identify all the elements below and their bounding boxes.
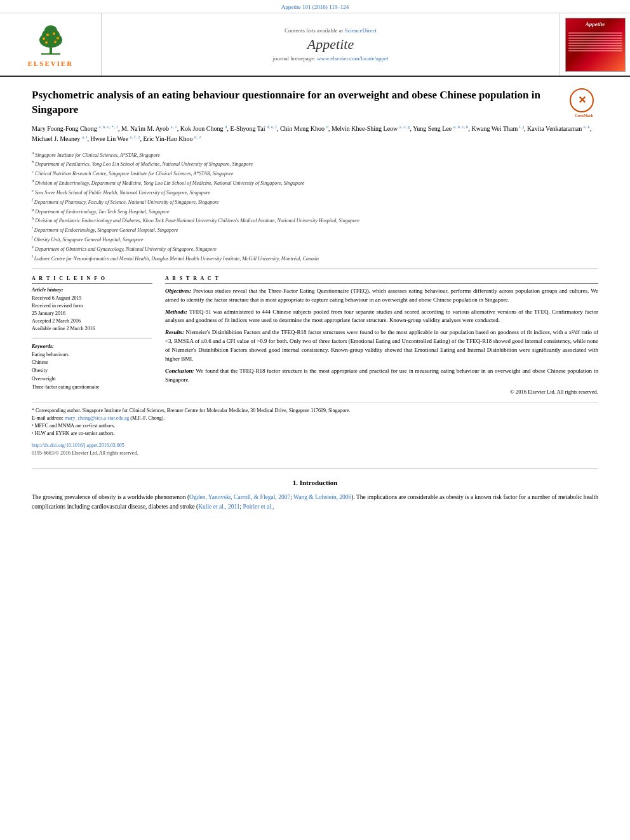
keyword-chinese: Chinese xyxy=(32,359,152,367)
affiliation-i: i Department of Endocrinology, Singapore… xyxy=(32,225,598,234)
keyword-tfeq: Three-factor eating questionnaire xyxy=(32,383,152,392)
doi-line: http://dx.doi.org/10.1016/j.appet.2016.0… xyxy=(32,441,598,448)
svg-point-8 xyxy=(57,37,59,39)
results-text: Niemeier's Disinhibition Factors and the… xyxy=(165,329,598,362)
cover-decorative-lines xyxy=(568,31,622,53)
svg-point-9 xyxy=(45,41,48,44)
methods-text: TFEQ-51 was administered to 444 Chinese … xyxy=(165,309,598,324)
keywords-label: Keywords: xyxy=(32,343,152,349)
paper-body: Psychometric analysis of an eating behav… xyxy=(0,77,630,521)
introduction-section: 1. Introduction The growing prevalence o… xyxy=(32,469,598,512)
svg-point-6 xyxy=(46,34,49,36)
article-info-abstract-section: A R T I C L E I N F O Article history: R… xyxy=(32,276,598,395)
abstract-header: A B S T R A C T xyxy=(165,276,598,284)
abstract-conclusion: Conclusion: We found that the TFEQ-R18 f… xyxy=(165,367,598,385)
conclusion-label: Conclusion: xyxy=(165,368,194,374)
cover-title: Appetite xyxy=(586,21,605,28)
affiliation-a: a Singapore Institute for Clinical Scien… xyxy=(32,150,598,159)
elsevier-tree-icon xyxy=(22,22,79,57)
article-info-column: A R T I C L E I N F O Article history: R… xyxy=(32,276,152,395)
keyword-eating: Eating behaviours xyxy=(32,351,152,359)
copyright-line: © 2016 Elsevier Ltd. All rights reserved… xyxy=(165,389,598,395)
affiliation-k: k Department of Obstetrics and Gynaecolo… xyxy=(32,244,598,253)
kulie-ref[interactable]: Kulie et al., 2011 xyxy=(198,503,239,510)
abstract-objectives: Objectives: Previous studies reveal that… xyxy=(165,287,598,305)
paper-title: Psychometric analysis of an eating behav… xyxy=(32,88,598,117)
affiliation-f: f Department of Pharmacy, Faculty of Sci… xyxy=(32,197,598,206)
objectives-text: Previous studies reveal that the Three-F… xyxy=(165,288,598,303)
journal-center-block: Contents lists available at ScienceDirec… xyxy=(102,13,560,76)
email-link[interactable]: mary_chong@sics.a-star.edu.sg xyxy=(65,415,129,421)
keyword-overweight: Overweight xyxy=(32,375,152,383)
info-divider xyxy=(32,338,152,338)
appetite-cover-image: Appetite xyxy=(565,18,626,72)
affiliation-j: j Obesity Unit, Singapore General Hospit… xyxy=(32,234,598,243)
affiliation-c: c Clinical Nutrition Research Centre, Si… xyxy=(32,168,598,177)
footnotes-section: * Corresponding author. Singapore Instit… xyxy=(32,403,598,437)
journal-homepage-line: journal homepage: www.elsevier.com/locat… xyxy=(273,55,389,62)
conclusion-text: We found that the TFEQ-R18 factor struct… xyxy=(165,368,598,383)
issn-line: 0195-6663/© 2016 Elsevier Ltd. All right… xyxy=(32,450,598,456)
sciencedirect-link[interactable]: ScienceDirect xyxy=(345,27,377,34)
section-divider xyxy=(32,269,598,269)
affiliation-b: b Department of Paediatrics, Yong Loo Li… xyxy=(32,159,598,168)
journal-title: Appetite xyxy=(307,36,354,53)
journal-header: ELSEVIER Contents lists available at Sci… xyxy=(0,13,630,77)
footnote-1: ¹ MFFC and MNMA are co-first authors. xyxy=(32,422,598,430)
history-accepted: Accepted 2 March 2016 xyxy=(32,317,152,325)
elsevier-label: ELSEVIER xyxy=(28,60,74,67)
affiliation-l: l Ludmer Centre for Neuroinformatics and… xyxy=(32,253,598,262)
affiliations-block: a Singapore Institute for Clinical Scien… xyxy=(32,150,598,262)
doi-link[interactable]: http://dx.doi.org/10.1016/j.appet.2016.0… xyxy=(32,443,124,448)
homepage-url[interactable]: www.elsevier.com/locate/appet xyxy=(317,55,388,62)
footnote-2: ² HLW and EYHK are co-senior authors. xyxy=(32,430,598,437)
results-label: Results: xyxy=(165,329,184,335)
journal-citation: Appetite 101 (2016) 119–124 xyxy=(281,4,349,10)
crossmark-circle: ✕ xyxy=(570,88,594,112)
article-history-label: Article history: xyxy=(32,287,152,293)
objectives-label: Objectives: xyxy=(165,288,191,294)
authors-block: Mary Foong-Fong Chong a, b, c, *, 1, M. … xyxy=(32,124,598,145)
affiliation-g: g Department of Endocrinology, Tan Teck … xyxy=(32,206,598,215)
corresponding-author-note: * Corresponding author. Singapore Instit… xyxy=(32,407,598,415)
abstract-results: Results: Niemeier's Disinhibition Factor… xyxy=(165,328,598,364)
article-info-header: A R T I C L E I N F O xyxy=(32,276,152,284)
email-note: E-mail address: mary_chong@sics.a-star.e… xyxy=(32,415,598,422)
affiliation-e: e Saw Swee Hock School of Public Health,… xyxy=(32,187,598,196)
affiliation-h: h Division of Paediatric Endocrinology a… xyxy=(32,215,598,224)
crossmark-badge: ✕ CrossMark xyxy=(570,88,598,117)
introduction-paragraph-1: The growing prevalence of obesity is a w… xyxy=(32,493,598,512)
keyword-obesity: Obesity xyxy=(32,367,152,375)
svg-rect-1 xyxy=(41,53,60,55)
svg-point-10 xyxy=(54,41,57,43)
affiliation-d: d Division of Endocrinology, Department … xyxy=(32,178,598,187)
abstract-methods: Methods: TFEQ-51 was administered to 444… xyxy=(165,308,598,326)
introduction-heading: 1. Introduction xyxy=(32,479,598,486)
ogden-ref[interactable]: Ogden, Yanovski, Carroll, & Flegal, 2007 xyxy=(189,494,290,500)
methods-label: Methods: xyxy=(165,309,187,315)
contents-available-line: Contents lists available at ScienceDirec… xyxy=(285,27,377,34)
svg-point-7 xyxy=(53,32,55,35)
journal-citation-bar: Appetite 101 (2016) 119–124 xyxy=(0,0,630,13)
crossmark-label: CrossMark xyxy=(570,113,598,118)
appetite-cover-block: Appetite xyxy=(560,13,630,76)
history-revised-label: Received in revised form xyxy=(32,302,152,310)
elsevier-logo-block: ELSEVIER xyxy=(0,13,102,76)
wang-ref[interactable]: Wang & Lobstein, 2006 xyxy=(293,494,351,500)
abstract-column: A B S T R A C T Objectives: Previous stu… xyxy=(165,276,598,395)
svg-point-4 xyxy=(44,25,57,36)
svg-point-5 xyxy=(43,37,45,40)
crossmark-icon: ✕ xyxy=(578,93,586,107)
poirier-ref[interactable]: Poirier et al., xyxy=(243,503,274,510)
history-available: Available online 2 March 2016 xyxy=(32,325,152,333)
history-received: Received 6 August 2015 xyxy=(32,295,152,302)
history-revised-date: 25 January 2016 xyxy=(32,310,152,317)
